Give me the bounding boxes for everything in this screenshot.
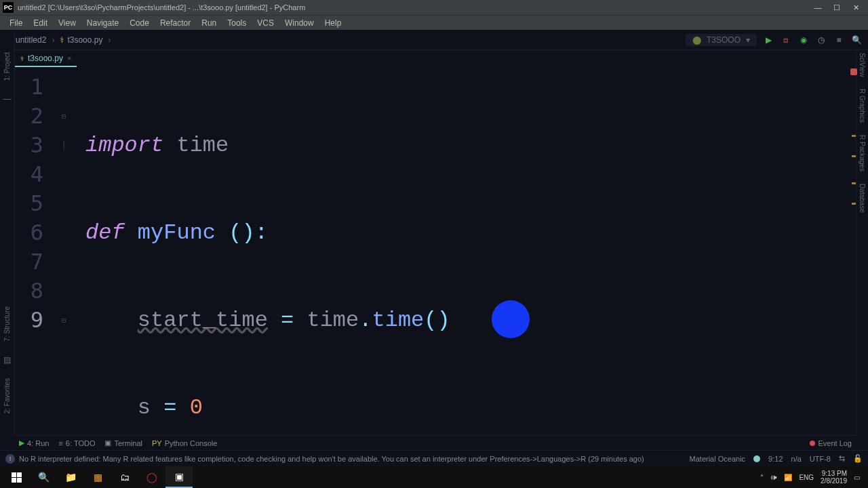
structure-icon: ▤ <box>3 355 11 365</box>
tool-window-bar: ▶4: Run ≡6: TODO ▣Terminal PYPython Cons… <box>15 435 856 450</box>
fold-icon[interactable]: ⊟ <box>56 102 72 131</box>
tool-python-console[interactable]: PYPython Console <box>152 439 217 447</box>
menu-navigate[interactable]: Navigate <box>81 17 124 29</box>
tool-project[interactable]: 1: Project <box>3 52 11 81</box>
separator-icon: — <box>3 94 12 104</box>
run-config-name: T3SOOO <box>707 35 741 45</box>
menu-tools[interactable]: Tools <box>222 17 252 29</box>
tool-terminal[interactable]: ▣Terminal <box>104 439 142 447</box>
breadcrumb-project[interactable]: untitled2 <box>16 35 46 45</box>
tray-network-icon[interactable]: 🕪 <box>770 474 777 481</box>
run-config-selector[interactable]: ⬤ T3SOOO ▾ <box>686 34 757 46</box>
menu-code[interactable]: Code <box>124 17 155 29</box>
menu-edit[interactable]: Edit <box>28 17 53 29</box>
tray-clock[interactable]: 9:13 PM 2/8/2019 <box>821 470 847 485</box>
window-title: untitled2 [C:\Users\t3so\PycharmProjects… <box>18 3 305 12</box>
menu-window[interactable]: Window <box>279 17 319 29</box>
taskbar-explorer[interactable]: 📁 <box>57 466 84 488</box>
fold-column: ⊟│ ⊟ <box>56 67 72 434</box>
editor-area: 123456789 ⊟│ ⊟ import time def myFunc ()… <box>15 67 856 434</box>
status-message[interactable]: No R interpreter defined: Many R related… <box>19 455 644 463</box>
tool-todo[interactable]: ≡6: TODO <box>58 439 95 447</box>
menu-help[interactable]: Help <box>319 17 347 29</box>
code-editor[interactable]: import time def myFunc (): start_time = … <box>72 67 856 434</box>
tool-sciview[interactable]: SciView <box>859 53 866 77</box>
maximize-button[interactable]: ☐ <box>827 1 846 14</box>
notification-dot-icon <box>810 441 815 446</box>
tray-language[interactable]: ENG <box>799 474 814 481</box>
start-button[interactable] <box>3 466 30 488</box>
profile-button[interactable]: ◷ <box>815 34 827 46</box>
search-button[interactable]: 🔍 <box>30 466 57 488</box>
theme-circle-icon <box>753 455 760 462</box>
warning-icon: ! <box>5 454 15 464</box>
menu-refactor[interactable]: Refactor <box>155 17 196 29</box>
navigation-bar: ▣ untitled2 › ⚕ t3sooo.py › ⬤ T3SOOO ▾ ▶… <box>0 30 868 50</box>
taskbar-sublime[interactable]: ▦ <box>84 466 111 488</box>
menu-view[interactable]: View <box>53 17 81 29</box>
event-log[interactable]: Event Log <box>810 439 852 447</box>
tool-favorites[interactable]: 2: Favorites <box>3 378 11 413</box>
run-button[interactable]: ▶ <box>762 34 774 46</box>
menu-vcs[interactable]: VCS <box>252 17 279 29</box>
coverage-button[interactable]: ◉ <box>797 34 810 46</box>
warning-marker[interactable] <box>852 135 856 137</box>
status-theme[interactable]: Material Oceanic <box>690 455 746 463</box>
tab-filename: t3sooo.py <box>28 54 63 63</box>
menu-file[interactable]: File <box>4 17 28 29</box>
breadcrumb-file[interactable]: t3sooo.py <box>67 35 102 45</box>
error-stripe[interactable] <box>849 67 857 434</box>
warning-marker[interactable] <box>852 203 856 205</box>
status-caret-pos[interactable]: 9:12 <box>768 455 783 463</box>
left-tool-strip: 1: Project — 7: Structure ▤ 2: Favorites <box>0 32 15 434</box>
editor-tab[interactable]: ⚕ t3sooo.py × <box>15 51 77 67</box>
status-encoding[interactable]: UTF-8 <box>810 455 831 463</box>
editor-tabs: ⚕ t3sooo.py × <box>0 50 868 67</box>
close-button[interactable]: ✕ <box>846 1 865 14</box>
python-icon: ⬤ <box>692 35 701 45</box>
tray-wifi-icon[interactable]: 📶 <box>784 474 792 481</box>
error-marker[interactable] <box>850 68 857 75</box>
stop-button[interactable]: ■ <box>833 34 845 46</box>
menu-bar: File Edit View Navigate Code Refactor Ru… <box>0 15 868 30</box>
taskbar-opera[interactable]: ◯ <box>138 466 165 488</box>
status-bar: ! No R interpreter defined: Many R relat… <box>0 450 868 466</box>
cursor-highlight-dot <box>492 300 530 338</box>
fold-icon[interactable]: ⊟ <box>56 306 72 335</box>
app-icon: PC <box>3 2 14 13</box>
chevron-icon: ⇆ <box>839 454 845 463</box>
taskbar-pycharm[interactable]: ▣ <box>165 466 193 488</box>
search-everywhere-button[interactable]: 🔍 <box>850 34 863 46</box>
close-tab-icon[interactable]: × <box>67 54 71 62</box>
windows-taskbar: 🔍 📁 ▦ 🗂 ◯ ▣ ˄ 🕪 📶 ENG 9:13 PM 2/8/2019 ▭ <box>0 466 868 488</box>
debug-button[interactable]: ⧈ <box>780 34 792 46</box>
chevron-down-icon: ▾ <box>746 35 750 45</box>
python-file-icon: ⚕ <box>20 55 24 62</box>
tool-structure[interactable]: 7: Structure <box>3 306 11 342</box>
tool-run[interactable]: ▶4: Run <box>19 439 49 447</box>
fold-icon[interactable]: │ <box>56 131 72 160</box>
tray-notifications-icon[interactable]: ▭ <box>854 474 860 481</box>
tray-chevron-icon[interactable]: ˄ <box>760 474 764 481</box>
lock-icon[interactable]: 🔓 <box>853 454 863 463</box>
python-file-icon: ⚕ <box>60 35 64 45</box>
chevron-right-icon: › <box>108 35 111 45</box>
warning-marker[interactable] <box>852 182 856 184</box>
chevron-right-icon: › <box>52 35 54 45</box>
status-selection: n/a <box>791 455 802 463</box>
minimize-button[interactable]: — <box>808 1 827 14</box>
line-gutter: 123456789 <box>15 67 56 434</box>
window-titlebar: PC untitled2 [C:\Users\t3so\PycharmProje… <box>0 0 868 15</box>
menu-run[interactable]: Run <box>196 17 222 29</box>
taskbar-app[interactable]: 🗂 <box>111 466 138 488</box>
warning-marker[interactable] <box>852 155 856 157</box>
